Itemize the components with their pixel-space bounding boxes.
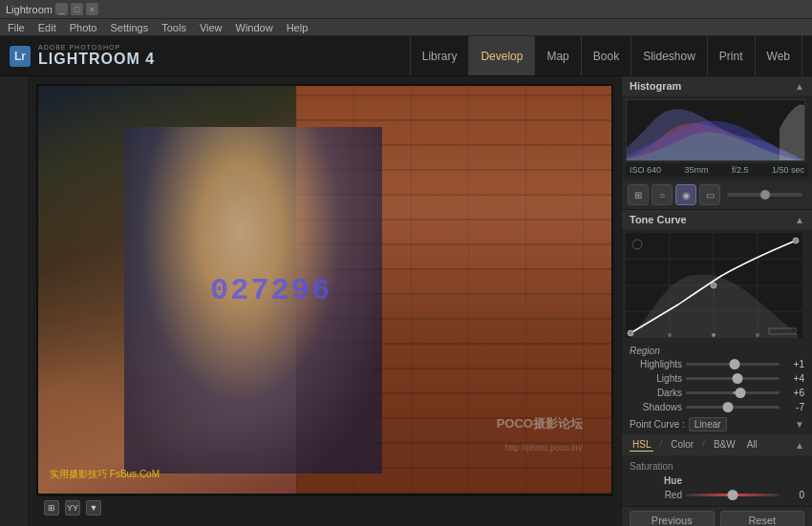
highlights-value: +1 (783, 359, 804, 369)
lights-value: +4 (783, 373, 804, 384)
hsl-header: HSL / Color / B&W All ▲ (622, 434, 812, 455)
tone-curve-header[interactable]: Tone Curve ▲ (622, 210, 812, 229)
crop-tool[interactable]: ⊞ (628, 184, 649, 205)
shadows-thumb[interactable] (723, 402, 734, 412)
shadows-track[interactable] (686, 406, 780, 409)
title-text: Lightroom (6, 4, 53, 15)
lights-track[interactable] (686, 377, 780, 380)
maximize-button[interactable]: □ (71, 3, 83, 15)
hsl-subsection-label: Saturation (622, 459, 812, 473)
highlights-thumb[interactable] (729, 359, 739, 369)
highlights-track[interactable] (686, 363, 780, 366)
tools-row: ⊞ ○ ◉ ▭ (622, 180, 812, 210)
hsl-divider1: / (659, 438, 662, 452)
bottom-bar: ⊞ YY ▼ (36, 495, 613, 518)
zoom-icon[interactable]: YY (65, 500, 80, 515)
red-row: Red 0 (622, 488, 812, 502)
shadows-row: Shadows -7 (622, 400, 812, 414)
right-panel: Histogram ▲ (621, 76, 812, 526)
tab-web[interactable]: Web (756, 36, 802, 75)
lr-logo: Lr (10, 46, 31, 67)
histogram-canvas (626, 99, 805, 161)
tab-map[interactable]: Map (535, 36, 581, 75)
shutter-value: 1/50 sec (772, 165, 804, 175)
shadows-label: Shadows (630, 402, 682, 412)
hue-label: Hue (630, 475, 682, 486)
main-content: 027296 POCO摄影论坛 http://photo.poco.cn/ 实用… (0, 76, 812, 526)
red-label: Red (630, 490, 682, 500)
tone-curve-toggle[interactable]: ▲ (795, 215, 804, 225)
tab-slideshow[interactable]: Slideshow (631, 36, 708, 75)
focal-value: 35mm (685, 165, 709, 175)
aperture-value: f/2.5 (732, 165, 749, 175)
highlights-row: Highlights +1 (622, 357, 812, 371)
tab-book[interactable]: Book (582, 36, 631, 75)
lights-thumb[interactable] (732, 373, 742, 384)
hsl-divider2: / (702, 438, 705, 452)
spot-tool[interactable]: ○ (652, 184, 673, 205)
hsl-tab-hsl[interactable]: HSL (630, 438, 653, 452)
reset-button[interactable]: Reset (720, 511, 805, 526)
point-curve-row: Point Curve : Linear ▼ (622, 414, 812, 434)
hsl-tab-bw[interactable]: B&W (711, 438, 738, 452)
histogram-toggle[interactable]: ▲ (795, 81, 804, 92)
title-bar: Lightroom _ □ × (0, 0, 812, 19)
grad-tool[interactable]: ▭ (699, 184, 720, 205)
previous-button[interactable]: Previous (630, 511, 715, 526)
darks-track[interactable] (686, 391, 780, 394)
image-container[interactable]: 027296 POCO摄影论坛 http://photo.poco.cn/ 实用… (36, 84, 613, 495)
lights-label: Lights (630, 373, 682, 384)
lights-row: Lights +4 (622, 371, 812, 386)
app-title: LIGHTROOM 4 (38, 51, 155, 68)
tools-slider[interactable] (727, 193, 802, 197)
tools-slider-thumb[interactable] (760, 190, 770, 200)
highlights-label: Highlights (630, 359, 682, 369)
tab-develop[interactable]: Develop (469, 36, 535, 75)
red-thumb[interactable] (728, 490, 738, 500)
minimize-button[interactable]: _ (55, 3, 68, 15)
menu-photo[interactable]: Photo (70, 22, 97, 33)
menu-settings[interactable]: Settings (110, 22, 148, 33)
hsl-tab-color[interactable]: Color (668, 438, 696, 452)
tab-print[interactable]: Print (708, 36, 756, 75)
menu-view[interactable]: View (200, 22, 223, 33)
svg-point-10 (668, 333, 672, 337)
histogram-header[interactable]: Histogram ▲ (622, 76, 812, 95)
menu-bar: File Edit Photo Settings Tools View Wind… (0, 19, 812, 36)
poco-watermark: POCO摄影论坛 (497, 415, 583, 432)
point-curve-arrow[interactable]: ▼ (795, 419, 804, 430)
bottom-nav: Previous Reset (622, 506, 812, 526)
svg-point-9 (793, 238, 799, 243)
tone-curve-title: Tone Curve (630, 214, 687, 225)
top-bar: Lr ADOBE PHOTOSHOP LIGHTROOM 4 Library D… (0, 36, 812, 76)
camera-info: ISO 640 35mm f/2.5 1/50 sec (626, 163, 808, 177)
hsl-tab-all[interactable]: All (744, 438, 760, 452)
close-button[interactable]: × (86, 3, 98, 15)
image-area: 027296 POCO摄影论坛 http://photo.poco.cn/ 实用… (29, 76, 621, 526)
tab-library[interactable]: Library (410, 36, 470, 75)
hue-label-row: Hue (622, 473, 812, 488)
menu-file[interactable]: File (8, 22, 25, 33)
menu-edit[interactable]: Edit (38, 22, 56, 33)
red-track[interactable] (686, 494, 780, 496)
histogram-section: ISO 640 35mm f/2.5 1/50 sec (622, 95, 812, 180)
svg-point-7 (628, 330, 633, 336)
redeye-tool[interactable]: ◉ (675, 184, 696, 205)
histogram-title: Histogram (630, 80, 681, 92)
darks-thumb[interactable] (735, 388, 745, 398)
frame-icon[interactable]: ⊞ (44, 500, 59, 515)
hsl-content: Saturation Hue Red 0 (622, 455, 812, 506)
menu-help[interactable]: Help (287, 22, 309, 33)
hsl-toggle[interactable]: ▲ (795, 440, 804, 451)
app-title-area: ADOBE PHOTOSHOP LIGHTROOM 4 (38, 44, 155, 68)
svg-point-11 (712, 333, 716, 337)
svg-point-8 (711, 283, 716, 288)
menu-window[interactable]: Window (236, 22, 273, 33)
left-panel (0, 76, 29, 526)
menu-tools[interactable]: Tools (161, 22, 186, 33)
settings-icon[interactable]: ▼ (86, 500, 101, 515)
iso-value: ISO 640 (630, 165, 661, 175)
region-label: Region (630, 346, 804, 356)
point-curve-value[interactable]: Linear (689, 417, 727, 431)
darks-row: Darks +6 (622, 386, 812, 400)
